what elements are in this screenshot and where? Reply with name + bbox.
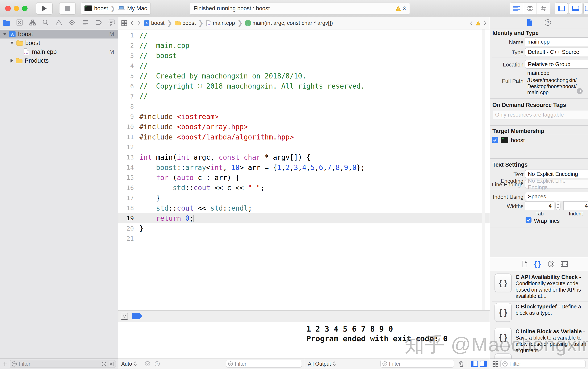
hide-debug-area-button[interactable] [121,313,128,320]
variables-filter-field[interactable]: Filter [226,360,302,368]
version-editor-button[interactable] [537,3,550,14]
breakpoint-navigator-icon[interactable] [95,19,102,26]
breadcrumb-file[interactable]: c++ main.cpp [206,20,235,26]
console-output[interactable]: 1 2 3 4 5 6 7 8 9 0 Program ended with e… [304,322,490,358]
code-line[interactable]: 7// [118,91,490,101]
test-navigator-icon[interactable] [69,19,76,26]
tree-row-project-boost[interactable]: A boost M [0,30,118,39]
code-line[interactable]: 13int main(int argc, const char * argv[]… [118,152,490,162]
target-checkbox[interactable] [492,137,498,143]
disclosure-closed-icon[interactable] [10,59,13,62]
symbol-navigator-icon[interactable] [29,19,36,26]
line-endings-dropdown[interactable]: No Explicit Line Endings [525,180,588,188]
code-line[interactable]: 3// boost [118,51,490,61]
file-templates-tab[interactable] [522,261,527,267]
close-window-button[interactable] [5,6,11,11]
source-editor[interactable]: 1//2// main.cpp3// boost4//5// Created b… [118,30,490,310]
breadcrumb-symbol[interactable]: f main(int argc, const char * argv[]) [245,20,333,26]
warning-icon[interactable] [475,20,481,26]
disclosure-open-icon[interactable] [3,33,7,35]
recent-files-icon[interactable] [101,361,107,367]
disclosure-open-icon[interactable] [10,42,14,44]
toggle-navigator-button[interactable] [555,2,568,14]
code-line[interactable]: 21 [118,234,490,244]
name-field[interactable]: main.cpp [525,37,588,46]
text-encoding-dropdown[interactable]: No Explicit Encoding [525,170,588,178]
source-control-status-icon[interactable] [108,361,114,367]
code-snippets-tab[interactable]: {} [533,260,542,268]
add-item-button[interactable] [2,361,8,367]
warning-count-badge[interactable]: 3 [395,5,406,11]
back-button[interactable] [130,20,134,26]
tree-row-group-boost[interactable]: boost [0,39,118,47]
code-line[interactable]: 15 for (auto c : arr) { [118,173,490,183]
file-inspector-tab[interactable] [527,19,532,26]
info-icon[interactable]: i [154,359,160,369]
code-line[interactable]: 9#include <iostream> [118,112,490,122]
code-line[interactable]: 18 std::cout << std::endl; [118,203,490,213]
toggle-debug-area-button[interactable] [569,2,582,14]
tab-width-stepper[interactable] [555,201,560,210]
activity-viewer[interactable]: Finished running boost : boost 3 [190,2,410,14]
console-filter-field[interactable]: Filter [380,360,454,368]
related-items-icon[interactable] [121,20,127,26]
toggle-inspector-button[interactable] [583,2,588,14]
code-line[interactable]: 19 return 0; [118,213,490,223]
code-line[interactable]: 8 [118,101,490,112]
snippet-item[interactable]: C Inline Block as Variable - Save a bloc… [516,328,587,353]
code-line[interactable]: 4// [118,61,490,71]
code-line[interactable]: 11#include <boost/lambda/algorithm.hpp> [118,132,490,142]
media-library-tab[interactable] [561,261,568,267]
clear-console-button[interactable] [458,359,464,369]
stop-button[interactable] [59,2,76,14]
breadcrumb-project[interactable]: A boost [144,20,165,26]
tree-row-products[interactable]: Products [0,56,118,65]
previous-issue-button[interactable] [470,20,473,26]
code-line[interactable]: 6// Copyright © 2018 maochongxin. All ri… [118,81,490,91]
code-line[interactable]: 14 boost::array<int, 10> arr = {1,2,3,4,… [118,162,490,173]
type-dropdown[interactable]: Default - C++ Source [525,48,588,56]
code-line[interactable]: 10#include <boost/array.hpp> [118,122,490,132]
breakpoints-toggle-button[interactable] [132,313,142,319]
scheme-selector[interactable]: boost ❯ My Mac [81,2,151,14]
object-library-tab[interactable] [548,260,555,268]
next-issue-button[interactable] [483,20,487,26]
quick-help-tab[interactable]: ? [544,19,551,26]
show-variables-view-button[interactable] [471,359,478,369]
find-navigator-icon[interactable] [42,19,49,26]
variables-view[interactable] [118,322,304,358]
indent-width-field[interactable]: 4 [563,201,588,210]
debug-view-mode-icon[interactable] [144,359,151,369]
grid-view-icon[interactable] [492,361,498,367]
variables-scope-selector[interactable]: Auto [121,359,137,369]
indent-using-dropdown[interactable]: Spaces [525,192,588,201]
code-line[interactable]: 5// Created by maochongxin on 2018/8/10. [118,71,490,81]
forward-button[interactable] [137,20,141,26]
issue-navigator-icon[interactable] [55,19,62,26]
report-navigator-icon[interactable] [108,19,115,26]
location-dropdown[interactable]: Relative to Group [525,60,588,69]
code-line[interactable]: 2// main.cpp [118,41,490,51]
code-line[interactable]: 1// [118,30,490,41]
zoom-window-button[interactable] [22,6,28,11]
assistant-editor-button[interactable] [523,3,537,14]
snippet-item[interactable]: C API Availability Check - Conditionally… [516,274,587,299]
snippet-item[interactable]: C Block typedef - Define a block as a ty… [516,303,587,316]
tree-row-main-cpp[interactable]: c++ main.cpp M [0,47,118,56]
odrt-field[interactable]: Only resources are taggable [493,110,588,119]
library-filter-field[interactable]: Filter [500,360,586,368]
wrap-lines-checkbox[interactable] [526,217,531,223]
code-line[interactable]: 16 std::cout << c << " "; [118,183,490,193]
standard-editor-button[interactable] [510,3,523,14]
breadcrumb-group[interactable]: boost [175,20,196,26]
editor-scrollbar[interactable] [482,30,485,310]
code-line[interactable]: 17 } [118,193,490,203]
reveal-arrow-button[interactable] [577,88,583,94]
code-line[interactable]: 20} [118,223,490,234]
debug-navigator-icon[interactable] [82,19,89,26]
show-console-view-button[interactable] [480,359,487,369]
project-navigator-icon[interactable] [2,19,10,26]
code-line[interactable]: 12 [118,142,490,152]
source-control-navigator-icon[interactable] [16,19,23,26]
navigator-filter-field[interactable]: Filter [10,360,116,368]
